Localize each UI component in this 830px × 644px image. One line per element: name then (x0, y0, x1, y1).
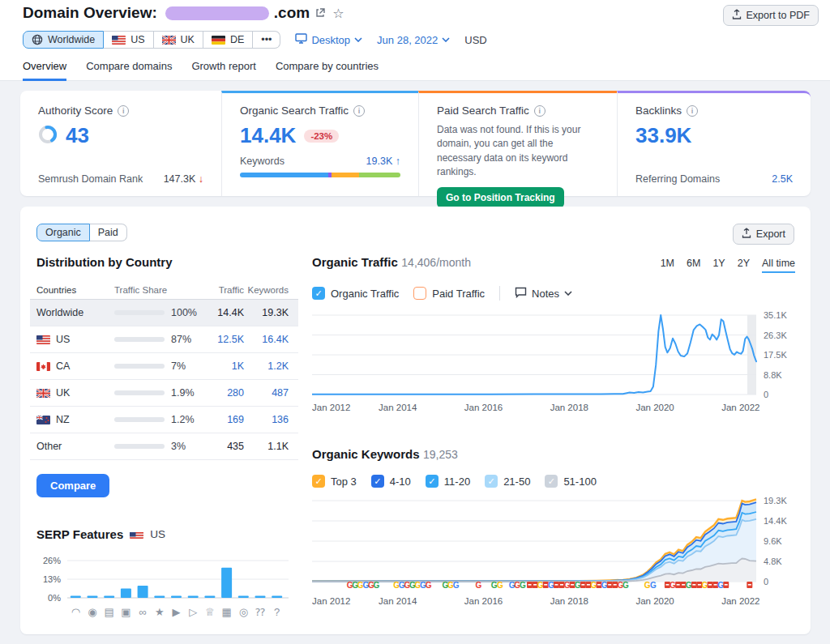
country-row-uk[interactable]: UK1.9%280487 (30, 380, 298, 407)
svg-text:G: G (497, 581, 503, 590)
keywords-count-link[interactable]: 19.3K ↑ (366, 156, 400, 167)
range-6m[interactable]: 6M (687, 258, 700, 273)
svg-text:13%: 13% (43, 574, 61, 584)
serp-icon-instant-answer: ◠ (71, 606, 80, 618)
filter-11-20[interactable]: ✓11-20 (426, 475, 470, 488)
range-2y[interactable]: 2Y (738, 258, 750, 273)
column-header-traffic-share[interactable]: Traffic Share (114, 285, 202, 295)
title-row: Domain Overview: .com ☆ (23, 4, 344, 22)
info-icon[interactable]: i (353, 105, 365, 117)
serp-icon-video-carousel: ◎ (239, 606, 248, 618)
traffic-share-value: 87% (171, 334, 191, 345)
card-title-row: Authority Score i (38, 104, 203, 117)
traffic-value: 435 (202, 441, 244, 452)
uk-flag-icon (36, 389, 50, 398)
country-row-nz[interactable]: NZ1.2%169136 (30, 407, 298, 433)
overview-panel: OrganicPaid Export Distribution by Count… (20, 207, 811, 634)
region-segment-[interactable]: ••• (253, 31, 280, 49)
checkbox-organic-traffic[interactable]: ✓Organic Traffic (312, 287, 399, 300)
keywords-distribution-bar[interactable] (240, 173, 400, 177)
keywords-value[interactable]: 136 (244, 414, 289, 425)
compare-button[interactable]: Compare (36, 474, 109, 497)
filter-51-100[interactable]: ✓51-100 (545, 475, 596, 488)
filter-21-50[interactable]: ✓21-50 (485, 475, 530, 488)
notes-dropdown[interactable]: Notes (515, 287, 572, 301)
export-button[interactable]: Export (733, 224, 794, 245)
toggle-paid[interactable]: Paid (90, 224, 127, 241)
serp-features-chart[interactable]: 26%13%0%◠◉▤▣∞★▶▷♕▦◎⁇? (36, 549, 292, 627)
country-row-other[interactable]: Other3%4351.1K (30, 433, 298, 460)
country-row-us[interactable]: US87%12.5K16.4K (30, 326, 298, 353)
export-to-pdf-button[interactable]: Export to PDF (723, 5, 819, 26)
svg-text:Jan 2022: Jan 2022 (721, 596, 759, 606)
keywords-value[interactable]: 487 (244, 387, 289, 399)
info-icon[interactable]: i (687, 105, 698, 117)
currency-label[interactable]: USD (464, 34, 486, 46)
checkbox-paid-traffic[interactable]: Paid Traffic (413, 287, 485, 300)
svg-text:G: G (717, 581, 724, 590)
svg-text:G: G (686, 581, 692, 590)
device-dropdown[interactable]: Desktop (295, 33, 362, 46)
checkbox-label: Organic Traffic (331, 288, 399, 300)
range-1m[interactable]: 1M (661, 258, 674, 273)
organic-traffic-chart[interactable]: 35.1K26.3K17.5K8.8K0Jan 2012Jan 2014Jan … (312, 307, 795, 425)
country-row-ca[interactable]: CA7%1K1.2K (30, 353, 298, 380)
svg-text:Jan 2018: Jan 2018 (550, 403, 588, 412)
traffic-share-bar (114, 364, 165, 369)
organic-paid-toggle: OrganicPaid (36, 224, 127, 241)
column-header-keywords[interactable]: Keywords (244, 285, 289, 295)
svg-text:Jan 2014: Jan 2014 (379, 596, 417, 606)
metric-cards: Authority Score i 43 Semrush Domain Rank… (20, 91, 811, 196)
keywords-value: 1.1K (244, 441, 289, 452)
info-icon[interactable]: i (118, 105, 129, 117)
range-all-time[interactable]: All time (762, 258, 795, 273)
tab-overview[interactable]: Overview (23, 60, 66, 81)
info-icon[interactable]: i (534, 105, 545, 117)
region-segment-de[interactable]: DE (203, 31, 253, 49)
svg-text:G: G (702, 581, 708, 590)
traffic-share-bar (114, 310, 165, 315)
toggle-organic[interactable]: Organic (36, 224, 90, 241)
keywords-value[interactable]: 16.4K (244, 334, 289, 345)
organic-keywords-chart-title: Organic Keywords (312, 447, 420, 461)
serp-features-title: SERP Features (36, 527, 123, 541)
keywords-value: 19.3K (244, 307, 289, 318)
svg-text:G: G (426, 581, 432, 590)
export-to-pdf-label: Export to PDF (747, 10, 811, 21)
svg-text:Jan 2016: Jan 2016 (464, 403, 503, 412)
svg-text:19.3K: 19.3K (764, 496, 787, 505)
tab-compare-by-countries[interactable]: Compare by countries (276, 60, 379, 81)
svg-text:G: G (564, 581, 571, 590)
region-segment-uk[interactable]: UK (154, 31, 203, 49)
position-tracking-button[interactable]: Go to Position Tracking (437, 187, 564, 208)
svg-text:Jan 2018: Jan 2018 (550, 596, 588, 606)
column-header-countries[interactable]: Countries (36, 285, 114, 295)
favorite-star-icon[interactable]: ☆ (332, 6, 344, 21)
checkbox: ✓ (371, 475, 384, 488)
filter-4-10[interactable]: ✓4-10 (371, 475, 411, 488)
referring-domains-value[interactable]: 2.5K (772, 173, 793, 185)
column-header-traffic[interactable]: Traffic (202, 285, 244, 295)
traffic-value[interactable]: 280 (202, 387, 244, 399)
date-label: Jun 28, 2022 (377, 34, 438, 46)
svg-text:26.3K: 26.3K (764, 331, 787, 340)
tab-growth-report[interactable]: Growth report (191, 60, 255, 81)
us-flag-icon (36, 335, 50, 344)
traffic-value[interactable]: 12.5K (202, 334, 244, 345)
traffic-value[interactable]: 1K (202, 360, 244, 372)
checkbox-label: 11-20 (444, 476, 470, 488)
chevron-down-icon (354, 37, 362, 42)
keywords-value[interactable]: 1.2K (244, 360, 289, 372)
region-segment-us[interactable]: US (104, 31, 153, 49)
date-dropdown[interactable]: Jun 28, 2022 (377, 34, 450, 46)
backlinks-value: 33.9K (635, 123, 691, 148)
svg-text:17.5K: 17.5K (764, 350, 787, 360)
filter-top-3[interactable]: ✓Top 3 (312, 475, 357, 488)
tab-compare-domains[interactable]: Compare domains (86, 60, 172, 81)
external-link-icon[interactable] (314, 7, 326, 19)
region-segment-worldwide[interactable]: Worldwide (23, 31, 104, 49)
range-1y[interactable]: 1Y (712, 258, 725, 273)
traffic-value[interactable]: 169 (202, 414, 244, 425)
organic-keywords-chart[interactable]: 19.3K14.4K9.6K4.8K0Jan 2012Jan 2014Jan 2… (312, 493, 795, 619)
country-row-worldwide[interactable]: Worldwide100%14.4K19.3K (30, 300, 298, 326)
